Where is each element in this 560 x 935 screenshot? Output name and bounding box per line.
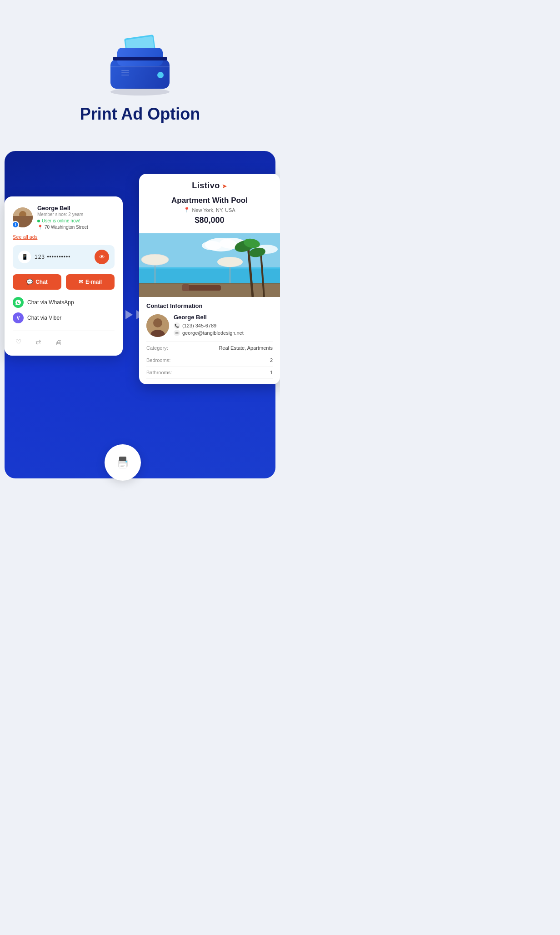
category-value: Real Estate, Apartments [219,345,273,351]
user-header: f George Bell Member since: 2 years User… [13,205,115,230]
arrow-1 [125,310,133,319]
print-circle-button[interactable] [105,444,141,481]
phone-icon: 📱 [18,251,31,263]
viber-icon: V [13,312,24,323]
contact-details: George Bell 📞 (123) 345-6789 ✉ george@ta… [174,314,244,337]
whatsapp-icon [13,297,24,308]
svg-rect-38 [182,284,189,291]
banner-section: f George Bell Member since: 2 years User… [5,151,275,478]
bottom-actions: ♡ ⇄ 🖨 [13,331,115,347]
printer-illustration [99,18,181,96]
contact-email: ✉ george@tangibledesign.net [174,330,244,336]
user-card: f George Bell Member since: 2 years User… [5,196,123,356]
svg-point-12 [19,211,26,218]
svg-rect-4 [113,57,167,60]
hero-section: Print Ad Option [0,0,280,151]
see-all-ads-link[interactable]: See all ads [13,234,115,240]
listing-image [139,233,280,297]
bedrooms-value: 2 [270,357,273,363]
listing-location: 📍 New York, NY, USA [148,207,271,213]
online-dot [37,220,40,222]
bottom-spacer [0,478,280,497]
facebook-badge: f [12,221,19,228]
heart-icon[interactable]: ♡ [13,337,24,347]
svg-point-23 [202,241,222,250]
phone-left: 📱 123 •••••••••• [18,251,70,263]
bathrooms-value: 1 [270,370,273,375]
svg-point-19 [125,461,127,462]
listing-header: Listivo ➤ Apartment With Pool 📍 New York… [139,174,280,233]
contact-title: Contact Information [146,302,273,309]
email-button[interactable]: ✉ E-mail [66,274,115,290]
phone-reveal-row: 📱 123 •••••••••• 👁 [13,245,115,269]
listing-card: Listivo ➤ Apartment With Pool 📍 New York… [139,174,280,384]
avatar-wrapper: f [13,207,33,227]
bathrooms-row: Bathrooms: 1 [146,367,273,379]
svg-rect-17 [120,465,125,466]
chat-icon: 💬 [26,279,33,285]
svg-rect-37 [185,285,221,291]
email-icon: ✉ [79,279,83,285]
category-label: Category: [146,345,168,351]
listing-title: Apartment With Pool [148,196,271,205]
svg-rect-15 [119,457,126,461]
category-row: Category: Real Estate, Apartments [146,342,273,354]
action-buttons: 💬 Chat ✉ E-mail [13,274,115,290]
svg-rect-18 [120,466,124,467]
svg-point-6 [157,72,164,78]
contact-phone: 📞 (123) 345-6789 [174,322,244,329]
svg-point-10 [110,88,170,96]
print-circle-inner [108,448,138,478]
contact-person: George Bell 📞 (123) 345-6789 ✉ george@ta… [146,314,273,337]
user-location: 📍 70 Washington Street [37,225,88,230]
contact-name: George Bell [174,314,244,321]
bedrooms-row: Bedrooms: 2 [146,354,273,367]
contact-section: Contact Information George Bell 📞 (123) … [139,297,280,384]
svg-rect-5 [110,66,170,67]
bathrooms-label: Bathrooms: [146,370,172,375]
svg-rect-16 [119,463,126,468]
viber-option[interactable]: V Chat via Viber [13,312,115,323]
online-status: User is online now! [37,218,88,223]
svg-point-42 [153,318,162,327]
svg-point-40 [217,257,243,267]
svg-rect-26 [139,267,280,269]
contact-avatar [146,314,169,337]
property-details: Category: Real Estate, Apartments Bedroo… [146,342,273,379]
whatsapp-option[interactable]: Chat via WhatsApp [13,297,115,308]
chat-button[interactable]: 💬 Chat [13,274,61,290]
print-icon-small[interactable]: 🖨 [53,337,64,347]
reveal-phone-button[interactable]: 👁 [95,250,109,264]
member-since: Member since: 2 years [37,212,88,217]
email-detail-icon: ✉ [174,330,180,336]
bedrooms-label: Bedrooms: [146,357,170,363]
phone-number: 123 •••••••••• [35,254,70,260]
user-name: George Bell [37,205,88,211]
share-icon[interactable]: ⇄ [33,337,44,347]
phone-detail-icon: 📞 [174,322,180,329]
svg-rect-28 [139,283,280,284]
location-pin-icon: 📍 [184,207,190,213]
logo-arrow-icon: ➤ [222,182,227,190]
listivo-logo: Listivo ➤ [148,181,271,191]
hero-title: Print Ad Option [80,105,200,124]
messenger-options: Chat via WhatsApp V Chat via Viber [13,297,115,323]
logo-text: Listivo [192,181,220,191]
user-info: George Bell Member since: 2 years User i… [37,205,88,230]
listing-price: $80,000 [148,216,271,225]
